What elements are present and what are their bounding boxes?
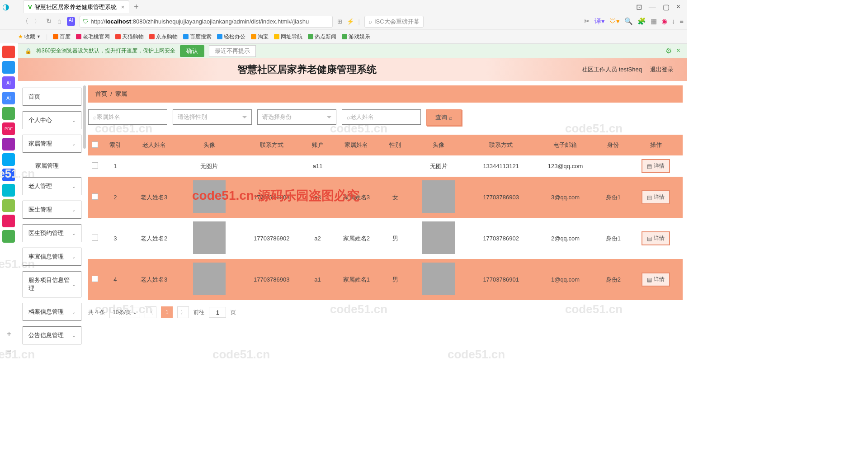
sidebar-item-elder[interactable]: 老人管理⌄ <box>23 177 81 195</box>
window-close-icon[interactable]: × <box>676 3 680 11</box>
side-icon[interactable] <box>2 153 15 166</box>
tab-close-icon[interactable]: × <box>121 4 125 10</box>
browser-tab[interactable]: V 智慧社区居家养老健康管理系统 × <box>23 0 129 13</box>
side-icon[interactable]: AI <box>2 92 15 104</box>
sidebar-item-profile[interactable]: 个人中心⌄ <box>23 111 81 129</box>
search-box[interactable]: ⌕ ISC大会重磅开幕 <box>364 16 424 28</box>
scan-icon[interactable]: ⊞ <box>337 18 342 25</box>
later-button[interactable]: 最近不再提示 <box>209 45 256 57</box>
scissors-icon[interactable]: ✂ <box>584 17 590 26</box>
col-phone2: 联系方式 <box>468 135 533 155</box>
bookmark-item[interactable]: 百度搜索 <box>183 33 212 41</box>
breadcrumb-home[interactable]: 首页 <box>95 90 107 97</box>
ai-icon[interactable]: AI <box>67 17 75 26</box>
settings-icon[interactable]: ⚙ <box>665 47 672 55</box>
bookmark-item[interactable]: 网址导航 <box>274 33 302 41</box>
sidebar-scrollbar[interactable] <box>83 85 86 350</box>
chevron-down-icon: ⌄ <box>72 282 75 287</box>
side-icon[interactable] <box>2 230 15 243</box>
home-icon[interactable]: ⌂ <box>57 17 61 26</box>
reload-icon[interactable]: ↻ <box>46 17 52 26</box>
table-row: 1 无图片 a11 无图片 13344113121 123@qq.com ▤ 详… <box>88 155 683 177</box>
security-icon[interactable]: 🛡▾ <box>609 17 620 26</box>
side-icon[interactable]: AI <box>2 76 15 89</box>
side-icon[interactable] <box>2 215 15 227</box>
apps-icon[interactable]: ▦ <box>651 17 657 26</box>
cell-fname: 家属姓名2 <box>331 218 382 259</box>
select-all-checkbox[interactable] <box>92 141 98 148</box>
row-checkbox[interactable] <box>92 235 98 241</box>
sidebar-item-matter[interactable]: 事宜信息管理⌄ <box>23 248 81 266</box>
col-avatar1: 头像 <box>179 135 239 155</box>
bookmark-item[interactable]: 京东购物 <box>149 33 178 41</box>
add-side-icon[interactable]: + <box>2 329 16 339</box>
ext-icon[interactable]: 🧩 <box>637 17 646 26</box>
side-icon[interactable] <box>2 61 15 74</box>
bookmark-fav[interactable]: ★收藏▼ <box>18 33 41 41</box>
gender-select[interactable]: 请选择性别 <box>173 109 252 125</box>
side-icon[interactable] <box>2 184 15 197</box>
bookmark-item[interactable]: 淘宝 <box>251 33 269 41</box>
side-icon[interactable] <box>2 107 15 120</box>
sidebar-item-archive[interactable]: 档案信息管理⌄ <box>23 303 81 321</box>
prev-page-button[interactable]: 〈 <box>145 306 156 318</box>
translate-icon[interactable]: 译▾ <box>594 17 605 26</box>
goto-input[interactable] <box>209 307 226 318</box>
side-icon[interactable] <box>2 46 15 58</box>
detail-button[interactable]: ▤ 详情 <box>642 159 670 173</box>
bookmark-item[interactable]: 天猫购物 <box>115 33 144 41</box>
side-icon[interactable] <box>2 199 15 212</box>
bookmark-item[interactable]: 老毛桃官网 <box>76 33 110 41</box>
page-number[interactable]: 1 <box>161 306 173 318</box>
window-max-icon[interactable]: ▢ <box>663 3 670 11</box>
bolt-icon[interactable]: ⚡ <box>347 18 354 25</box>
forward-icon[interactable]: 〉 <box>34 17 41 26</box>
data-table: 索引 老人姓名 头像 联系方式 账户 家属姓名 性别 头像 联系方式 电子邮箱 … <box>88 135 683 300</box>
sidebar-item-family[interactable]: 家属管理⌄ <box>23 135 81 153</box>
sidebar-item-service[interactable]: 服务项目信息管理⌄ <box>23 271 81 297</box>
side-icon[interactable] <box>2 138 15 150</box>
new-tab-icon[interactable]: + <box>134 2 139 12</box>
side-menu-icon[interactable]: ≡ <box>2 348 16 356</box>
elder-input[interactable]: ⌕ 老人姓名 <box>342 109 421 125</box>
row-checkbox[interactable] <box>92 193 98 200</box>
bookmark-item[interactable]: 轻松办公 <box>217 33 245 41</box>
globe-icon[interactable]: ◉ <box>661 17 667 26</box>
bookmark-item[interactable]: 游戏娱乐 <box>342 33 370 41</box>
search-row: ⌕ 家属姓名 请选择性别 请选择身份 ⌕ 老人姓名 查询 ⌕ <box>88 109 683 126</box>
sidebar-item-doctor[interactable]: 医生管理⌄ <box>23 201 81 219</box>
detail-button[interactable]: ▤ 详情 <box>642 190 670 204</box>
sidebar-item-home[interactable]: 首页 <box>23 88 81 106</box>
cell-email: 123@qq.com <box>533 155 597 177</box>
next-page-button[interactable]: 〉 <box>177 306 189 318</box>
bookmark-item[interactable]: 百度 <box>53 33 71 41</box>
detail-button[interactable]: ▤ 详情 <box>642 273 670 287</box>
detail-button[interactable]: ▤ 详情 <box>642 231 670 245</box>
bookmark-item[interactable]: 热点新闻 <box>308 33 336 41</box>
address-bar[interactable]: 🛡 http://localhost:8080/zhihuishequjujia… <box>80 16 333 28</box>
chevron-down-icon: ⌄ <box>72 231 75 236</box>
query-button[interactable]: 查询 ⌕ <box>426 109 462 126</box>
confirm-button[interactable]: 确认 <box>180 45 204 57</box>
sidebar-subitem-family[interactable]: 家属管理 <box>23 158 81 174</box>
sidebar-item-notice[interactable]: 公告信息管理⌄ <box>23 326 81 344</box>
row-checkbox[interactable] <box>92 276 98 282</box>
identity-select[interactable]: 请选择身份 <box>257 109 336 125</box>
menu-icon[interactable]: ≡ <box>679 17 684 26</box>
window-pin-icon[interactable]: ⊡ <box>636 3 642 11</box>
window-min-icon[interactable]: — <box>649 3 656 11</box>
row-checkbox[interactable] <box>92 162 98 169</box>
cell-index: 4 <box>102 259 129 300</box>
close-notif-icon[interactable]: × <box>676 47 680 55</box>
avatar <box>422 263 455 295</box>
zoom-icon[interactable]: 🔍 <box>624 17 633 26</box>
side-icon[interactable]: PDF <box>2 122 15 135</box>
perpage-select[interactable]: 10条/页 ⌄ <box>109 307 140 318</box>
name-input[interactable]: ⌕ 家属姓名 <box>88 109 167 125</box>
sidebar-item-appointment[interactable]: 医生预约管理⌄ <box>23 224 81 242</box>
side-icon[interactable] <box>2 169 15 181</box>
cell-elder: 老人姓名3 <box>129 177 179 218</box>
logout-link[interactable]: 退出登录 <box>650 66 674 74</box>
back-icon[interactable]: 〈 <box>22 17 28 26</box>
download-icon[interactable]: ↓ <box>672 17 675 26</box>
